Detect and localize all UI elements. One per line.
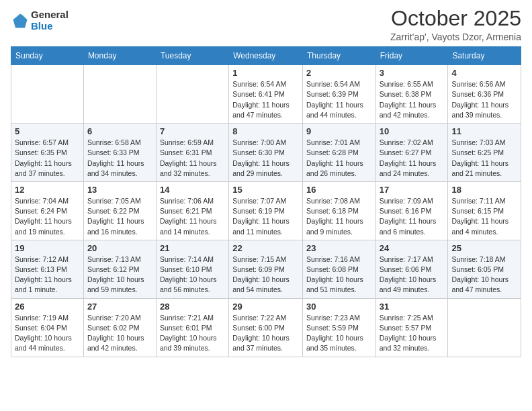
calendar-cell: 17Sunrise: 7:09 AM Sunset: 6:16 PM Dayli… [375,181,448,240]
col-saturday: Saturday [448,47,521,65]
calendar-week-4: 19Sunrise: 7:12 AM Sunset: 6:13 PM Dayli… [11,240,521,298]
day-info: Sunrise: 7:01 AM Sunset: 6:28 PM Dayligh… [306,138,372,179]
day-number: 10 [380,126,445,136]
calendar-cell [83,65,156,124]
day-info: Sunrise: 7:23 AM Sunset: 5:59 PM Dayligh… [306,313,372,354]
logo-text: General Blue [31,9,69,32]
day-number: 9 [306,126,372,136]
day-info: Sunrise: 7:17 AM Sunset: 6:06 PM Dayligh… [380,255,445,295]
calendar-week-2: 5Sunrise: 6:57 AM Sunset: 6:35 PM Daylig… [11,124,521,182]
calendar-cell: 6Sunrise: 6:58 AM Sunset: 6:33 PM Daylig… [83,124,156,182]
day-info: Sunrise: 7:08 AM Sunset: 6:18 PM Dayligh… [306,196,372,237]
day-number: 25 [451,243,517,253]
day-number: 14 [160,185,225,195]
col-wednesday: Wednesday [229,47,303,65]
day-info: Sunrise: 7:21 AM Sunset: 6:01 PM Dayligh… [160,313,225,354]
svg-marker-0 [13,13,28,28]
day-info: Sunrise: 6:56 AM Sunset: 6:36 PM Dayligh… [451,79,517,120]
day-number: 17 [380,185,445,195]
logo: General Blue [11,9,69,32]
day-info: Sunrise: 7:02 AM Sunset: 6:27 PM Dayligh… [380,138,445,179]
calendar-cell: 18Sunrise: 7:11 AM Sunset: 6:15 PM Dayli… [448,181,521,240]
calendar-cell: 27Sunrise: 7:20 AM Sunset: 6:02 PM Dayli… [83,298,156,357]
day-number: 23 [306,243,372,253]
col-friday: Friday [375,47,448,65]
calendar-table: Sunday Monday Tuesday Wednesday Thursday… [11,46,521,357]
calendar-cell: 3Sunrise: 6:55 AM Sunset: 6:38 PM Daylig… [375,65,448,124]
day-number: 2 [306,68,372,78]
day-number: 30 [306,302,372,312]
calendar-cell: 10Sunrise: 7:02 AM Sunset: 6:27 PM Dayli… [375,124,448,182]
calendar-cell: 5Sunrise: 6:57 AM Sunset: 6:35 PM Daylig… [11,124,84,182]
logo-general-text: General [31,9,69,21]
day-info: Sunrise: 7:18 AM Sunset: 6:05 PM Dayligh… [451,255,517,295]
day-number: 18 [451,185,517,195]
calendar-cell: 7Sunrise: 6:59 AM Sunset: 6:31 PM Daylig… [156,124,228,182]
calendar-cell: 24Sunrise: 7:17 AM Sunset: 6:06 PM Dayli… [375,240,448,298]
col-monday: Monday [83,47,156,65]
calendar-cell: 30Sunrise: 7:23 AM Sunset: 5:59 PM Dayli… [303,298,376,357]
page: General Blue October 2025 Zarrit'ap', Va… [0,0,532,411]
day-number: 16 [306,185,372,195]
day-number: 31 [380,302,445,312]
day-info: Sunrise: 7:14 AM Sunset: 6:10 PM Dayligh… [160,255,225,295]
month-title: October 2025 [390,7,521,30]
calendar-cell: 20Sunrise: 7:13 AM Sunset: 6:12 PM Dayli… [83,240,156,298]
day-number: 22 [232,243,299,253]
day-number: 7 [160,126,225,136]
day-number: 13 [87,185,152,195]
calendar-cell: 11Sunrise: 7:03 AM Sunset: 6:25 PM Dayli… [448,124,521,182]
calendar-cell: 14Sunrise: 7:06 AM Sunset: 6:21 PM Dayli… [156,181,228,240]
day-info: Sunrise: 6:54 AM Sunset: 6:41 PM Dayligh… [232,79,299,120]
calendar-cell: 28Sunrise: 7:21 AM Sunset: 6:01 PM Dayli… [156,298,228,357]
day-info: Sunrise: 6:55 AM Sunset: 6:38 PM Dayligh… [380,79,445,120]
day-info: Sunrise: 7:16 AM Sunset: 6:08 PM Dayligh… [306,255,372,295]
day-info: Sunrise: 7:11 AM Sunset: 6:15 PM Dayligh… [451,196,517,237]
day-info: Sunrise: 7:09 AM Sunset: 6:16 PM Dayligh… [380,196,445,237]
calendar-cell: 19Sunrise: 7:12 AM Sunset: 6:13 PM Dayli… [11,240,84,298]
calendar-cell: 23Sunrise: 7:16 AM Sunset: 6:08 PM Dayli… [303,240,376,298]
day-info: Sunrise: 7:19 AM Sunset: 6:04 PM Dayligh… [15,313,80,354]
day-number: 26 [15,302,80,312]
calendar-cell: 15Sunrise: 7:07 AM Sunset: 6:19 PM Dayli… [229,181,303,240]
calendar-week-5: 26Sunrise: 7:19 AM Sunset: 6:04 PM Dayli… [11,298,521,357]
calendar-cell: 8Sunrise: 7:00 AM Sunset: 6:30 PM Daylig… [229,124,303,182]
day-number: 24 [380,243,445,253]
calendar-cell: 16Sunrise: 7:08 AM Sunset: 6:18 PM Dayli… [303,181,376,240]
day-info: Sunrise: 7:25 AM Sunset: 5:57 PM Dayligh… [380,313,445,354]
calendar-cell: 26Sunrise: 7:19 AM Sunset: 6:04 PM Dayli… [11,298,84,357]
calendar-cell: 12Sunrise: 7:04 AM Sunset: 6:24 PM Dayli… [11,181,84,240]
day-info: Sunrise: 6:54 AM Sunset: 6:39 PM Dayligh… [306,79,372,120]
calendar-week-1: 1Sunrise: 6:54 AM Sunset: 6:41 PM Daylig… [11,65,521,124]
location: Zarrit'ap', Vayots Dzor, Armenia [390,32,521,42]
calendar-cell: 29Sunrise: 7:22 AM Sunset: 6:00 PM Dayli… [229,298,303,357]
day-number: 15 [232,185,299,195]
calendar-cell [448,298,521,357]
calendar-cell: 31Sunrise: 7:25 AM Sunset: 5:57 PM Dayli… [375,298,448,357]
day-info: Sunrise: 7:15 AM Sunset: 6:09 PM Dayligh… [232,255,299,295]
calendar-cell: 13Sunrise: 7:05 AM Sunset: 6:22 PM Dayli… [83,181,156,240]
day-info: Sunrise: 7:04 AM Sunset: 6:24 PM Dayligh… [15,196,80,237]
calendar-cell: 1Sunrise: 6:54 AM Sunset: 6:41 PM Daylig… [229,65,303,124]
day-info: Sunrise: 7:06 AM Sunset: 6:21 PM Dayligh… [160,196,225,237]
col-thursday: Thursday [303,47,376,65]
day-info: Sunrise: 7:12 AM Sunset: 6:13 PM Dayligh… [15,255,80,295]
calendar-cell [156,65,228,124]
day-number: 4 [451,68,517,78]
title-section: October 2025 Zarrit'ap', Vayots Dzor, Ar… [390,7,521,42]
col-tuesday: Tuesday [156,47,228,65]
calendar-cell [11,65,84,124]
day-info: Sunrise: 7:22 AM Sunset: 6:00 PM Dayligh… [232,313,299,354]
day-number: 3 [380,68,445,78]
day-number: 12 [15,185,80,195]
logo-blue-text: Blue [31,21,69,32]
day-number: 8 [232,126,299,136]
calendar-cell: 22Sunrise: 7:15 AM Sunset: 6:09 PM Dayli… [229,240,303,298]
day-info: Sunrise: 7:20 AM Sunset: 6:02 PM Dayligh… [87,313,152,354]
calendar-cell: 9Sunrise: 7:01 AM Sunset: 6:28 PM Daylig… [303,124,376,182]
header: General Blue October 2025 Zarrit'ap', Va… [11,7,521,42]
day-info: Sunrise: 6:57 AM Sunset: 6:35 PM Dayligh… [15,138,80,179]
day-info: Sunrise: 7:13 AM Sunset: 6:12 PM Dayligh… [87,255,152,295]
day-number: 28 [160,302,225,312]
calendar-week-3: 12Sunrise: 7:04 AM Sunset: 6:24 PM Dayli… [11,181,521,240]
